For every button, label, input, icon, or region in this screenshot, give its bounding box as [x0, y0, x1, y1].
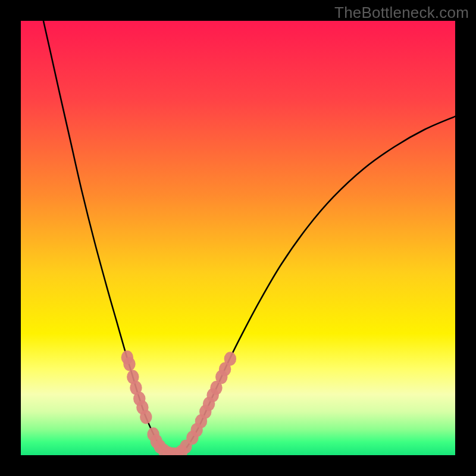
data-markers — [121, 350, 236, 455]
data-marker — [140, 410, 152, 424]
chart-frame: TheBottleneck.com — [0, 0, 476, 476]
data-marker — [123, 357, 135, 371]
curve-layer — [21, 21, 455, 455]
plot-area — [21, 21, 455, 455]
bottleneck-curve — [43, 21, 455, 455]
watermark-text: TheBottleneck.com — [334, 4, 469, 22]
data-marker — [224, 352, 236, 366]
